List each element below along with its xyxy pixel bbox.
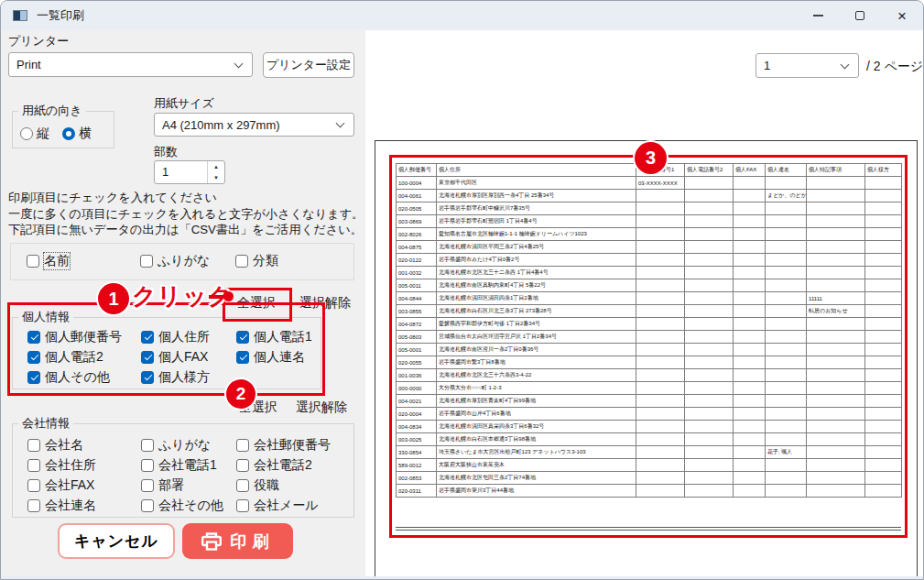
unchecked-checkbox-icon[interactable] — [236, 459, 249, 472]
title-bar: 一覧印刷 × — [1, 1, 923, 30]
checkbox-item[interactable]: ふりがな — [140, 254, 235, 268]
basic-items-box: 名前ふりがな分類 — [10, 243, 354, 280]
checkbox-item[interactable]: 役職 — [236, 478, 353, 492]
company-info-legend: 会社情報 — [18, 415, 73, 432]
unchecked-checkbox-icon[interactable] — [141, 439, 154, 452]
instruction-line: 印刷項目にチェックを入れてください — [8, 190, 367, 206]
annotation-step-3-badge: 3 — [635, 142, 667, 174]
unchecked-checkbox-icon[interactable] — [236, 439, 249, 452]
landscape-label: 横 — [79, 126, 92, 142]
checkbox-label: 会社郵便番号 — [254, 437, 331, 454]
checkbox-item[interactable]: 会社電話1 — [141, 458, 236, 472]
unchecked-checkbox-icon[interactable] — [236, 499, 249, 512]
printer-select[interactable]: Print — [8, 52, 253, 77]
orientation-group: 用紙の向き 縦 横 — [12, 103, 114, 148]
page-select[interactable]: 1 — [756, 53, 859, 78]
chevron-down-icon — [841, 60, 850, 69]
checkbox-item[interactable]: ふりがな — [141, 438, 236, 452]
portrait-radio[interactable] — [20, 127, 33, 140]
checkbox-item[interactable]: 会社名 — [27, 438, 141, 452]
checkbox-item[interactable]: 部署 — [141, 478, 236, 492]
unchecked-checkbox-icon[interactable] — [141, 479, 154, 492]
paper-size-select[interactable]: A4 (210mm x 297mm) — [154, 113, 354, 137]
close-button[interactable]: × — [881, 1, 923, 30]
annotation-step-1-badge: 1 — [98, 283, 129, 314]
company-checklist: 会社名ふりがな会社郵便番号会社住所会社電話1会社電話2会社FAX部署役職会社連名… — [27, 438, 353, 512]
checkbox-label: ふりがな — [158, 437, 211, 454]
company-info-group: 会社情報 会社名ふりがな会社郵便番号会社住所会社電話1会社電話2会社FAX部署役… — [12, 415, 354, 518]
checkbox-item[interactable]: 分類 — [235, 254, 353, 268]
paper-size-label: 用紙サイズ — [154, 95, 214, 112]
checkbox-label: ふりがな — [158, 253, 210, 269]
instruction-line: 一度に多くの項目にチェックを入れると文字が小さくなります。 — [8, 206, 367, 223]
print-button-label: 印刷 — [231, 531, 275, 553]
instruction-line: 下記項目に無いデータの出力は「CSV書出」をご活用ください。 — [8, 222, 367, 238]
checkbox-item[interactable]: 会社連名 — [27, 498, 141, 512]
portrait-label: 縦 — [37, 126, 49, 142]
orientation-legend: 用紙の向き — [18, 103, 86, 119]
copies-stepper[interactable]: 1 ▲ ▼ — [154, 160, 225, 184]
checkbox-label: 会社電話2 — [254, 457, 312, 474]
checkbox-item[interactable]: 会社電話2 — [236, 458, 353, 472]
checkbox-label: 会社名 — [45, 437, 83, 454]
checkbox-label: 役職 — [254, 477, 279, 494]
checkbox-label: 名前 — [44, 253, 70, 269]
printer-icon — [201, 532, 222, 551]
checkbox-label: 会社その他 — [158, 498, 223, 514]
checkbox-label: 会社FAX — [45, 477, 94, 494]
chevron-down-icon — [234, 59, 244, 68]
printer-select-value: Print — [16, 58, 232, 71]
unchecked-checkbox-icon[interactable] — [27, 499, 40, 512]
checkbox-label: 部署 — [158, 477, 184, 494]
minimize-icon — [813, 15, 823, 16]
unchecked-checkbox-icon[interactable] — [27, 439, 40, 452]
checkbox-item[interactable]: 名前 — [27, 254, 140, 268]
checkbox-item[interactable]: 会社FAX — [27, 478, 141, 492]
checkbox-item[interactable]: 会社メール — [236, 498, 353, 512]
annotation-box-personal-group — [7, 302, 325, 396]
instructions-text: 印刷項目にチェックを入れてください 一度に多くの項目にチェックを入れると文字が小… — [8, 190, 367, 238]
unchecked-checkbox-icon[interactable] — [235, 255, 248, 268]
maximize-button[interactable] — [839, 1, 881, 30]
copies-value: 1 — [155, 161, 207, 183]
annotation-arrow-dot — [223, 291, 234, 301]
printer-settings-button[interactable]: プリンター設定 — [263, 52, 354, 78]
printer-label: プリンター — [8, 33, 69, 49]
checkbox-label: 会社住所 — [45, 457, 96, 474]
unchecked-checkbox-icon[interactable] — [27, 255, 39, 268]
basic-checklist: 名前ふりがな分類 — [27, 254, 353, 268]
checkbox-label: 会社メール — [254, 498, 319, 514]
annotation-box-preview-table — [389, 155, 908, 538]
copies-decrement-button[interactable]: ▼ — [208, 172, 224, 183]
checkbox-item[interactable]: 会社住所 — [27, 458, 141, 472]
page-select-value: 1 — [764, 59, 838, 72]
annotation-step-2-badge: 2 — [226, 379, 255, 409]
unchecked-checkbox-icon[interactable] — [27, 459, 40, 472]
print-button[interactable]: 印刷 — [182, 523, 293, 559]
unchecked-checkbox-icon[interactable] — [236, 479, 249, 492]
unchecked-checkbox-icon[interactable] — [141, 499, 154, 512]
window-bottom-edge — [1, 576, 923, 580]
minimize-button[interactable] — [797, 1, 839, 30]
copies-increment-button[interactable]: ▲ — [208, 161, 224, 172]
list-print-dialog: 一覧印刷 × プリンター Print プリンター設定 用紙の向き 縦 横 用紙サ… — [0, 0, 924, 580]
checkbox-item[interactable]: 会社郵便番号 — [236, 438, 353, 452]
page-count-label: / 2 ページ — [866, 59, 923, 75]
cancel-button[interactable]: キャンセル — [58, 523, 175, 559]
unchecked-checkbox-icon[interactable] — [27, 479, 40, 492]
copies-label: 部数 — [154, 144, 178, 160]
close-icon: × — [897, 8, 907, 24]
company-deselect-button[interactable]: 選択解除 — [296, 399, 347, 416]
checkbox-label: 分類 — [253, 253, 278, 269]
maximize-icon — [855, 11, 864, 20]
landscape-radio-selected[interactable] — [62, 127, 75, 140]
paper-size-value: A4 (210mm x 297mm) — [162, 118, 333, 132]
app-icon — [13, 10, 27, 21]
unchecked-checkbox-icon[interactable] — [140, 255, 153, 268]
checkbox-label: 会社連名 — [45, 498, 96, 514]
window-title: 一覧印刷 — [37, 7, 84, 24]
checkbox-label: 会社電話1 — [158, 457, 217, 474]
chevron-down-icon — [336, 119, 345, 128]
checkbox-item[interactable]: 会社その他 — [141, 498, 236, 512]
unchecked-checkbox-icon[interactable] — [141, 459, 154, 472]
